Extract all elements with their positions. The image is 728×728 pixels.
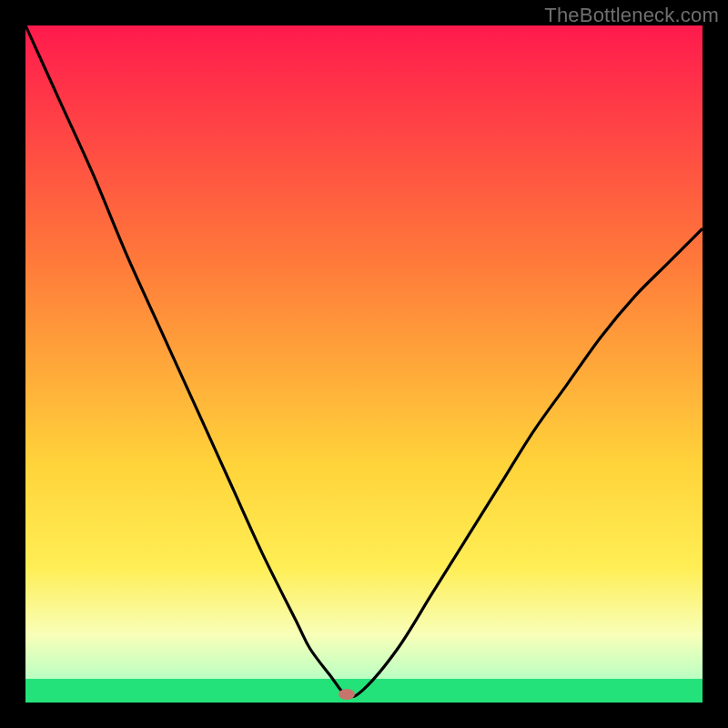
minimum-marker [339,689,355,700]
watermark-text: TheBottleneck.com [544,4,719,27]
chart-canvas [0,0,728,728]
chart-frame: TheBottleneck.com [0,0,728,728]
gradient-background [25,25,703,703]
